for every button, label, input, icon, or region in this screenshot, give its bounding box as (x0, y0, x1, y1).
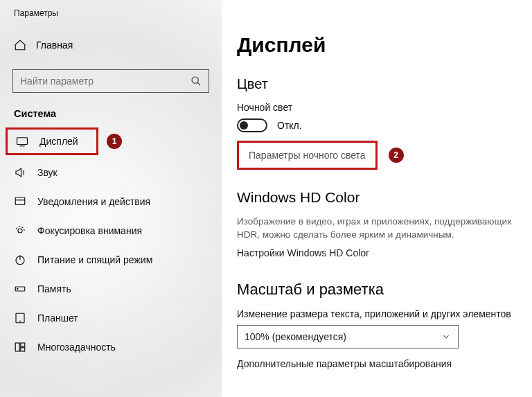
scale-dropdown-value: 100% (рекомендуется) (245, 331, 346, 342)
nav-sound-label: Звук (37, 167, 57, 178)
nav-multitask[interactable]: Многозадачность (0, 333, 222, 362)
nav-focus-label: Фокусировка внимания (37, 225, 142, 236)
nav-storage[interactable]: Память (0, 274, 222, 303)
svg-rect-14 (21, 343, 25, 346)
nav-home[interactable]: Главная (0, 32, 222, 58)
callout-badge-1: 1 (107, 134, 122, 149)
search-input[interactable] (12, 69, 209, 93)
svg-point-10 (17, 288, 19, 290)
display-icon (16, 135, 28, 148)
notifications-icon (14, 195, 26, 208)
nav-notifications[interactable]: Уведомления и действия (0, 187, 222, 216)
callout-badge-2: 2 (389, 148, 404, 163)
scale-dropdown[interactable]: 100% (рекомендуется) (237, 325, 459, 349)
nav-display-label: Дисплей (39, 136, 78, 147)
nav-power-label: Питание и спящий режим (37, 254, 152, 265)
multitask-icon (14, 341, 26, 353)
toggle-state-label: Откл. (277, 120, 302, 131)
svg-line-1 (197, 82, 200, 85)
focus-icon (14, 224, 26, 237)
svg-rect-15 (21, 348, 25, 351)
hd-color-heading: Windows HD Color (237, 189, 520, 206)
color-heading: Цвет (237, 76, 520, 92)
nav-sound[interactable]: Звук (0, 158, 222, 187)
nav-power[interactable]: Питание и спящий режим (0, 245, 222, 274)
night-light-toggle[interactable] (237, 118, 267, 132)
scale-label: Изменение размера текста, приложений и д… (237, 308, 520, 319)
nav-storage-label: Память (37, 283, 71, 294)
settings-sidebar: Параметры Главная Система Дисплей 1 (0, 0, 222, 397)
hd-color-settings-link[interactable]: Настройки Windows HD Color (237, 247, 520, 258)
svg-rect-13 (15, 343, 19, 351)
toggle-knob (240, 121, 248, 130)
nav-home-label: Главная (36, 39, 73, 51)
svg-rect-4 (15, 197, 25, 205)
page-title: Дисплей (237, 33, 520, 57)
power-icon (14, 254, 26, 266)
tablet-icon (14, 312, 26, 324)
storage-icon (14, 283, 26, 295)
svg-point-0 (192, 77, 198, 83)
app-title: Параметры (0, 8, 222, 32)
night-light-settings-link-frame: Параметры ночного света (237, 141, 378, 170)
search-field[interactable] (20, 76, 190, 87)
sound-icon (14, 166, 26, 179)
svg-point-6 (18, 229, 22, 233)
home-icon (14, 39, 26, 51)
nav-tablet-label: Планшет (37, 312, 78, 324)
nav-focus[interactable]: Фокусировка внимания (0, 216, 222, 245)
main-content: Дисплей Цвет Ночной свет Откл. Параметры… (222, 0, 532, 397)
nav-notifications-label: Уведомления и действия (37, 196, 150, 207)
scale-heading: Масштаб и разметка (237, 281, 520, 299)
nav-multitask-label: Многозадачность (37, 342, 116, 353)
night-light-settings-link[interactable]: Параметры ночного света (249, 150, 366, 161)
nav-display[interactable]: Дисплей (6, 127, 98, 155)
hd-color-description: Изображение в видео, играх и приложениях… (237, 215, 520, 242)
search-icon (190, 76, 202, 87)
svg-rect-2 (17, 138, 28, 145)
scale-advanced-link[interactable]: Дополнительные параметры масштабирования (237, 358, 520, 369)
chevron-down-icon (441, 332, 451, 342)
section-heading-system: Система (0, 105, 222, 127)
night-light-label: Ночной свет (237, 102, 520, 113)
nav-tablet[interactable]: Планшет (0, 303, 222, 333)
